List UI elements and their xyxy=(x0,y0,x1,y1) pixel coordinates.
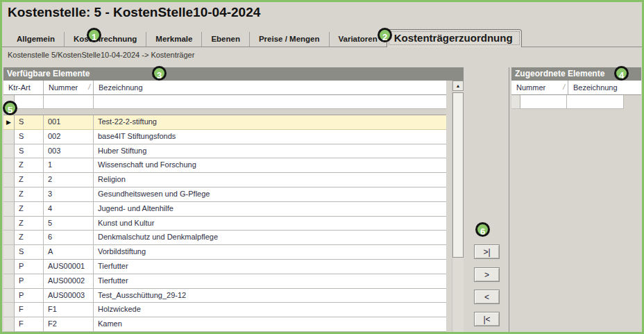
annotation-badge-4: 4 xyxy=(614,66,629,81)
row-indicator xyxy=(3,130,15,144)
row-indicator xyxy=(511,95,520,109)
cell-nummer xyxy=(520,95,567,109)
row-indicator xyxy=(3,202,15,217)
row-indicator xyxy=(3,173,15,187)
move-left-button[interactable]: < xyxy=(474,290,500,304)
row-indicator xyxy=(3,274,15,289)
sort-ascending-icon: / xyxy=(88,81,90,94)
tab-merkmale[interactable]: Merkmale xyxy=(146,32,202,47)
cell-bezeichnung: Jugend- und Altenhilfe xyxy=(94,202,446,217)
cell-ktr-art: P xyxy=(15,260,44,274)
cell-ktr-art: S xyxy=(15,115,44,130)
table-row[interactable]: Z 3 Gesundheitswesen und G-Pflege xyxy=(3,187,446,202)
cell-bezeichnung: Vorbildstiftung xyxy=(94,245,446,260)
selected-row-marker-icon: ▶ xyxy=(3,115,15,130)
cell-nummer: F1 xyxy=(44,303,94,317)
sort-ascending-icon: / xyxy=(563,81,565,94)
table-row[interactable]: ▶ S 001 Test-22-2-stiftung xyxy=(3,115,446,130)
column-header-bezeichnung[interactable]: Bezeichnung xyxy=(94,81,446,95)
grid-group-gap xyxy=(3,109,446,115)
column-header-bezeichnung[interactable]: Bezeichnung xyxy=(568,81,641,95)
row-indicator xyxy=(3,187,15,202)
annotation-badge-3: 3 xyxy=(152,66,167,81)
cell-bezeichnung xyxy=(567,95,624,109)
cell-nummer: A xyxy=(44,245,94,260)
cell-bezeichnung: Wissenschaft und Forschung xyxy=(94,158,446,173)
filter-input-bezeichnung[interactable] xyxy=(94,95,446,109)
cell-nummer: 001 xyxy=(44,115,94,130)
scrollbar-gap xyxy=(446,81,452,332)
row-indicator xyxy=(3,289,15,303)
cell-nummer: AUS00002 xyxy=(44,274,94,289)
column-header-nummer[interactable]: Nummer/ xyxy=(44,81,94,95)
cell-ktr-art: P xyxy=(15,289,44,303)
available-filter-row xyxy=(3,95,446,109)
tab-preise-mengen[interactable]: Preise / Mengen xyxy=(250,32,330,47)
table-row[interactable]: F F1 Holzwickede xyxy=(3,303,446,317)
cell-nummer: AUS00001 xyxy=(44,260,94,274)
tab-kostentraegerzuordnung[interactable]: Kostenträgerzuordnung xyxy=(387,29,522,47)
cell-nummer: 6 xyxy=(44,231,94,245)
move-all-left-button[interactable]: |< xyxy=(474,312,500,326)
cell-ktr-art: Z xyxy=(15,173,44,187)
annotation-badge-1: 1 xyxy=(87,28,101,42)
cell-ktr-art: P xyxy=(15,274,44,289)
scroll-up-icon: ▲ xyxy=(456,83,461,88)
cell-nummer: AUS00003 xyxy=(44,289,94,303)
cell-ktr-art: S xyxy=(15,130,44,144)
scroll-up-button[interactable]: ▲ xyxy=(452,81,464,91)
cell-ktr-art: S xyxy=(15,144,44,159)
cell-nummer: 5 xyxy=(44,217,94,231)
table-row[interactable]: S 002 base4IT Stiftungsfonds xyxy=(3,130,446,144)
row-indicator xyxy=(3,158,15,173)
table-row[interactable]: Z 1 Wissenschaft und Forschung xyxy=(3,158,446,173)
cell-bezeichnung: Kunst und Kultur xyxy=(94,217,446,231)
row-indicator xyxy=(3,231,15,245)
available-header-row: Ktr-Art Nummer/ Bezeichnung xyxy=(3,81,446,95)
cell-nummer: 2 xyxy=(44,173,94,187)
tab-kostenrechnung[interactable]: Kostenrechnung xyxy=(65,32,146,47)
assigned-header-row: Nummer/ Bezeichnung xyxy=(511,81,641,95)
table-row[interactable]: Z 2 Religion xyxy=(3,173,446,187)
annotation-badge-5: 5 xyxy=(3,101,17,115)
cell-bezeichnung: Holzwickede xyxy=(94,303,446,317)
table-row[interactable]: S 003 Huber Stiftung xyxy=(3,144,446,159)
cell-bezeichnung: Tierfutter xyxy=(94,260,446,274)
filter-input-ktr-art[interactable] xyxy=(15,95,44,109)
move-right-button[interactable]: > xyxy=(474,267,500,282)
table-row[interactable]: Z 4 Jugend- und Altenhilfe xyxy=(3,202,446,217)
assigned-empty-row[interactable] xyxy=(511,95,624,109)
table-row[interactable]: P AUS00002 Tierfutter xyxy=(3,274,446,289)
cell-ktr-art: Z xyxy=(15,231,44,245)
tab-allgemein[interactable]: Allgemein xyxy=(8,32,65,47)
cell-bezeichnung: Kamen xyxy=(94,317,446,332)
cell-nummer: 3 xyxy=(44,187,94,202)
table-row[interactable]: P AUS00001 Tierfutter xyxy=(3,260,446,274)
table-row[interactable]: Z 5 Kunst und Kultur xyxy=(3,217,446,231)
table-row[interactable]: P AUS00003 Test_Ausschüttung_29-12 xyxy=(3,289,446,303)
table-row[interactable]: S A Vorbildstiftung xyxy=(3,245,446,260)
kostenstelle-window: Kostenstelle: 5 - KostenStelle10-04-2024… xyxy=(0,0,644,334)
cell-ktr-art: F xyxy=(15,317,44,332)
column-header-ktr-art[interactable]: Ktr-Art xyxy=(3,81,44,95)
cell-ktr-art: F xyxy=(15,303,44,317)
row-indicator xyxy=(3,144,15,159)
table-row[interactable]: F F2 Kamen xyxy=(3,317,446,332)
column-header-nummer[interactable]: Nummer/ xyxy=(511,81,568,95)
move-all-right-button[interactable]: >| xyxy=(474,244,500,259)
table-row[interactable]: Z 6 Denkmalschutz und Denkmalpflege xyxy=(3,231,446,245)
row-indicator xyxy=(3,303,15,317)
cell-nummer: 003 xyxy=(44,144,94,159)
row-indicator xyxy=(3,317,15,332)
filter-input-nummer[interactable] xyxy=(44,95,94,109)
cell-ktr-art: S xyxy=(15,245,44,260)
tab-ebenen[interactable]: Ebenen xyxy=(202,32,250,47)
assigned-elements-panel: Zugeordnete Elemente Nummer/ Bezeichnung xyxy=(509,67,642,332)
cell-bezeichnung: Tierfutter xyxy=(94,274,446,289)
cell-ktr-art: Z xyxy=(15,158,44,173)
cell-nummer: 4 xyxy=(44,202,94,217)
vertical-scrollbar: ▲ xyxy=(452,81,464,332)
cell-bezeichnung: Huber Stiftung xyxy=(94,144,446,159)
scrollbar-thumb[interactable] xyxy=(452,92,464,258)
cell-nummer: 002 xyxy=(44,130,94,144)
